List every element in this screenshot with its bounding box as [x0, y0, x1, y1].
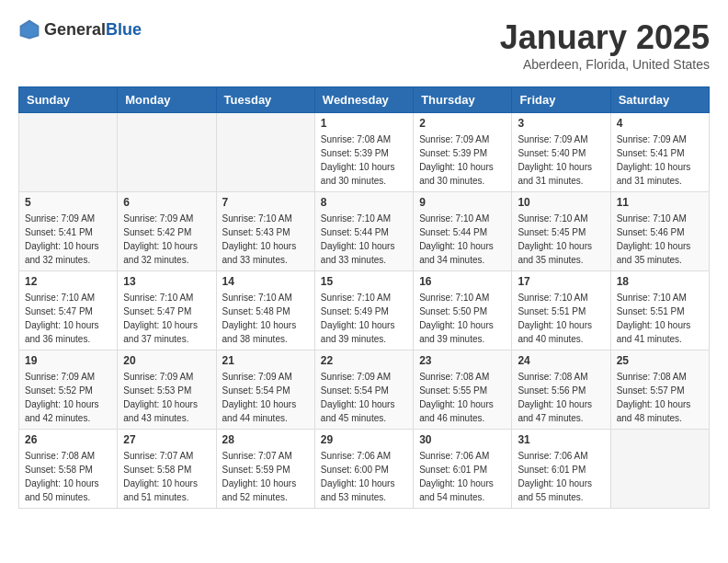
calendar-cell: 28Sunrise: 7:07 AMSunset: 5:59 PMDayligh… — [216, 430, 314, 509]
day-number: 11 — [617, 196, 703, 209]
calendar-cell: 16Sunrise: 7:10 AMSunset: 5:50 PMDayligh… — [414, 271, 512, 350]
calendar-cell: 20Sunrise: 7:09 AMSunset: 5:53 PMDayligh… — [118, 350, 216, 430]
day-number: 1 — [321, 117, 407, 130]
calendar-cell — [216, 113, 314, 192]
calendar-cell: 29Sunrise: 7:06 AMSunset: 6:00 PMDayligh… — [314, 430, 413, 509]
calendar-cell: 8Sunrise: 7:10 AMSunset: 5:44 PMDaylight… — [314, 192, 413, 271]
day-number: 28 — [222, 433, 309, 446]
day-number: 16 — [419, 275, 506, 288]
day-number: 10 — [518, 196, 604, 209]
logo-blue: Blue — [106, 20, 142, 39]
weekday-header-row: SundayMondayTuesdayWednesdayThursdayFrid… — [19, 87, 710, 113]
day-info: Sunrise: 7:10 AMSunset: 5:51 PMDaylight:… — [617, 291, 703, 346]
logo-text: GeneralBlue — [44, 20, 142, 40]
day-info: Sunrise: 7:10 AMSunset: 5:44 PMDaylight:… — [321, 212, 407, 267]
calendar-cell: 22Sunrise: 7:09 AMSunset: 5:54 PMDayligh… — [314, 350, 413, 430]
day-info: Sunrise: 7:10 AMSunset: 5:48 PMDaylight:… — [222, 291, 309, 346]
calendar-cell: 15Sunrise: 7:10 AMSunset: 5:49 PMDayligh… — [314, 271, 413, 350]
day-info: Sunrise: 7:10 AMSunset: 5:44 PMDaylight:… — [419, 212, 506, 267]
day-number: 14 — [222, 275, 309, 288]
calendar-cell: 10Sunrise: 7:10 AMSunset: 5:45 PMDayligh… — [512, 192, 610, 271]
calendar-cell: 13Sunrise: 7:10 AMSunset: 5:47 PMDayligh… — [118, 271, 216, 350]
calendar-cell: 24Sunrise: 7:08 AMSunset: 5:56 PMDayligh… — [512, 350, 610, 430]
day-info: Sunrise: 7:09 AMSunset: 5:41 PMDaylight:… — [25, 212, 111, 267]
calendar-week-row: 12Sunrise: 7:10 AMSunset: 5:47 PMDayligh… — [19, 271, 710, 350]
day-number: 29 — [321, 433, 407, 446]
day-number: 24 — [518, 354, 604, 367]
day-number: 23 — [419, 354, 506, 367]
weekday-header-sunday: Sunday — [19, 87, 118, 113]
day-info: Sunrise: 7:07 AMSunset: 5:58 PMDaylight:… — [123, 449, 210, 504]
day-number: 7 — [222, 196, 309, 209]
weekday-header-tuesday: Tuesday — [216, 87, 314, 113]
calendar-week-row: 19Sunrise: 7:09 AMSunset: 5:52 PMDayligh… — [19, 350, 710, 430]
day-info: Sunrise: 7:09 AMSunset: 5:52 PMDaylight:… — [25, 370, 111, 425]
calendar-cell: 31Sunrise: 7:06 AMSunset: 6:01 PMDayligh… — [512, 430, 610, 509]
weekday-header-thursday: Thursday — [414, 87, 512, 113]
day-info: Sunrise: 7:08 AMSunset: 5:57 PMDaylight:… — [617, 370, 703, 425]
calendar-cell: 21Sunrise: 7:09 AMSunset: 5:54 PMDayligh… — [216, 350, 314, 430]
calendar-cell — [19, 113, 118, 192]
day-number: 9 — [419, 196, 506, 209]
calendar-cell: 14Sunrise: 7:10 AMSunset: 5:48 PMDayligh… — [216, 271, 314, 350]
day-info: Sunrise: 7:09 AMSunset: 5:42 PMDaylight:… — [123, 212, 210, 267]
calendar-cell: 11Sunrise: 7:10 AMSunset: 5:46 PMDayligh… — [610, 192, 709, 271]
day-info: Sunrise: 7:08 AMSunset: 5:58 PMDaylight:… — [25, 449, 111, 504]
day-number: 26 — [25, 433, 111, 446]
month-year-title: January 2025 — [500, 18, 710, 57]
logo: GeneralBlue — [18, 18, 142, 40]
calendar-cell: 25Sunrise: 7:08 AMSunset: 5:57 PMDayligh… — [610, 350, 709, 430]
calendar-cell: 30Sunrise: 7:06 AMSunset: 6:01 PMDayligh… — [414, 430, 512, 509]
day-info: Sunrise: 7:06 AMSunset: 6:01 PMDaylight:… — [419, 449, 506, 504]
calendar-cell: 3Sunrise: 7:09 AMSunset: 5:40 PMDaylight… — [512, 113, 610, 192]
logo-general: General — [44, 20, 106, 39]
day-number: 22 — [321, 354, 407, 367]
day-info: Sunrise: 7:09 AMSunset: 5:54 PMDaylight:… — [222, 370, 309, 425]
day-info: Sunrise: 7:10 AMSunset: 5:46 PMDaylight:… — [617, 212, 703, 267]
day-number: 30 — [419, 433, 506, 446]
day-info: Sunrise: 7:09 AMSunset: 5:53 PMDaylight:… — [123, 370, 210, 425]
location-subtitle: Aberdeen, Florida, United States — [500, 57, 710, 72]
day-number: 27 — [123, 433, 210, 446]
day-number: 15 — [321, 275, 407, 288]
day-number: 31 — [518, 433, 604, 446]
day-info: Sunrise: 7:10 AMSunset: 5:47 PMDaylight:… — [25, 291, 111, 346]
weekday-header-monday: Monday — [118, 87, 216, 113]
calendar-cell: 19Sunrise: 7:09 AMSunset: 5:52 PMDayligh… — [19, 350, 118, 430]
calendar-week-row: 26Sunrise: 7:08 AMSunset: 5:58 PMDayligh… — [19, 430, 710, 509]
day-number: 17 — [518, 275, 604, 288]
day-info: Sunrise: 7:09 AMSunset: 5:40 PMDaylight:… — [518, 132, 604, 188]
day-number: 21 — [222, 354, 309, 367]
title-block: January 2025 Aberdeen, Florida, United S… — [500, 18, 710, 72]
day-info: Sunrise: 7:10 AMSunset: 5:49 PMDaylight:… — [321, 291, 407, 346]
day-info: Sunrise: 7:10 AMSunset: 5:43 PMDaylight:… — [222, 212, 309, 267]
day-info: Sunrise: 7:08 AMSunset: 5:55 PMDaylight:… — [419, 370, 506, 425]
day-number: 8 — [321, 196, 407, 209]
day-info: Sunrise: 7:09 AMSunset: 5:41 PMDaylight:… — [617, 132, 703, 188]
day-number: 5 — [25, 196, 111, 209]
day-info: Sunrise: 7:10 AMSunset: 5:45 PMDaylight:… — [518, 212, 604, 267]
calendar-cell: 27Sunrise: 7:07 AMSunset: 5:58 PMDayligh… — [118, 430, 216, 509]
calendar-cell: 7Sunrise: 7:10 AMSunset: 5:43 PMDaylight… — [216, 192, 314, 271]
calendar-week-row: 1Sunrise: 7:08 AMSunset: 5:39 PMDaylight… — [19, 113, 710, 192]
logo-icon — [18, 18, 40, 40]
day-number: 6 — [123, 196, 210, 209]
day-number: 18 — [617, 275, 703, 288]
calendar-cell: 23Sunrise: 7:08 AMSunset: 5:55 PMDayligh… — [414, 350, 512, 430]
day-number: 25 — [617, 354, 703, 367]
day-info: Sunrise: 7:06 AMSunset: 6:01 PMDaylight:… — [518, 449, 604, 504]
calendar-cell: 1Sunrise: 7:08 AMSunset: 5:39 PMDaylight… — [314, 113, 413, 192]
day-info: Sunrise: 7:10 AMSunset: 5:47 PMDaylight:… — [123, 291, 210, 346]
calendar-cell: 26Sunrise: 7:08 AMSunset: 5:58 PMDayligh… — [19, 430, 118, 509]
weekday-header-saturday: Saturday — [610, 87, 709, 113]
day-number: 19 — [25, 354, 111, 367]
day-info: Sunrise: 7:10 AMSunset: 5:50 PMDaylight:… — [419, 291, 506, 346]
day-info: Sunrise: 7:08 AMSunset: 5:39 PMDaylight:… — [321, 132, 407, 188]
day-info: Sunrise: 7:08 AMSunset: 5:56 PMDaylight:… — [518, 370, 604, 425]
day-info: Sunrise: 7:07 AMSunset: 5:59 PMDaylight:… — [222, 449, 309, 504]
calendar-cell: 18Sunrise: 7:10 AMSunset: 5:51 PMDayligh… — [610, 271, 709, 350]
calendar-cell: 2Sunrise: 7:09 AMSunset: 5:39 PMDaylight… — [414, 113, 512, 192]
calendar-cell: 17Sunrise: 7:10 AMSunset: 5:51 PMDayligh… — [512, 271, 610, 350]
calendar-cell: 4Sunrise: 7:09 AMSunset: 5:41 PMDaylight… — [610, 113, 709, 192]
calendar-cell: 9Sunrise: 7:10 AMSunset: 5:44 PMDaylight… — [414, 192, 512, 271]
